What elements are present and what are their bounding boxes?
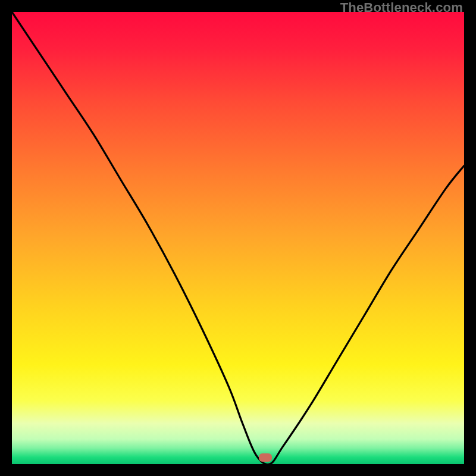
optimal-marker bbox=[259, 453, 272, 462]
plot-area bbox=[12, 12, 464, 464]
chart-frame: TheBottleneck.com bbox=[0, 0, 476, 476]
bottleneck-curve bbox=[12, 12, 464, 464]
watermark-label: TheBottleneck.com bbox=[340, 0, 463, 15]
